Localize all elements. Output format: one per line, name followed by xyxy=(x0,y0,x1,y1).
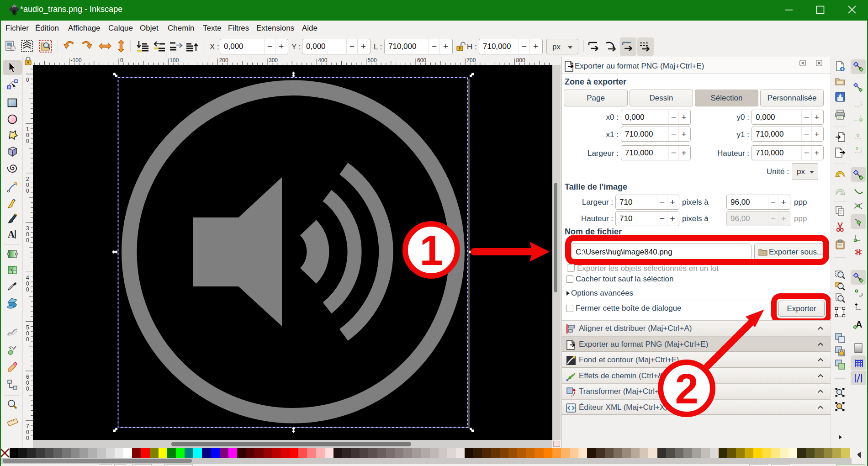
svg-text:0: 0 xyxy=(26,237,29,244)
svg-text:0: 0 xyxy=(26,330,29,337)
svg-text:0: 0 xyxy=(26,286,29,293)
svg-text:1: 1 xyxy=(419,227,443,274)
svg-text:0: 0 xyxy=(26,132,29,138)
svg-text:0: 0 xyxy=(120,57,123,64)
svg-text:7: 7 xyxy=(26,423,29,429)
svg-text:300: 300 xyxy=(269,57,278,64)
svg-text:0: 0 xyxy=(26,231,29,238)
svg-text:200: 200 xyxy=(219,57,228,64)
svg-text:0: 0 xyxy=(26,380,29,386)
svg-text:A: A xyxy=(8,229,15,240)
svg-text:3: 3 xyxy=(26,225,29,232)
svg-text:0: 0 xyxy=(26,182,29,188)
svg-text:2: 2 xyxy=(26,176,29,182)
svg-text:0: 0 xyxy=(26,429,29,435)
svg-text:700: 700 xyxy=(466,57,476,64)
svg-text:500: 500 xyxy=(368,57,377,64)
svg-text:0: 0 xyxy=(26,435,29,440)
svg-text:0: 0 xyxy=(26,138,29,144)
svg-text:0: 0 xyxy=(26,336,29,343)
svg-text:6: 6 xyxy=(26,374,29,380)
svg-text:0: 0 xyxy=(26,77,29,83)
svg-text:1: 1 xyxy=(26,126,29,132)
svg-text:800: 800 xyxy=(516,57,525,64)
svg-text:4: 4 xyxy=(26,275,29,281)
svg-text:5: 5 xyxy=(26,324,29,331)
svg-text:2: 2 xyxy=(675,365,698,412)
svg-text:0: 0 xyxy=(26,281,29,287)
svg-text:0: 0 xyxy=(26,188,29,194)
svg-text:600: 600 xyxy=(417,57,426,64)
svg-text:0: 0 xyxy=(26,386,29,392)
svg-text:-100: -100 xyxy=(71,57,82,64)
svg-text:400: 400 xyxy=(318,57,327,64)
svg-text:100: 100 xyxy=(169,57,179,64)
